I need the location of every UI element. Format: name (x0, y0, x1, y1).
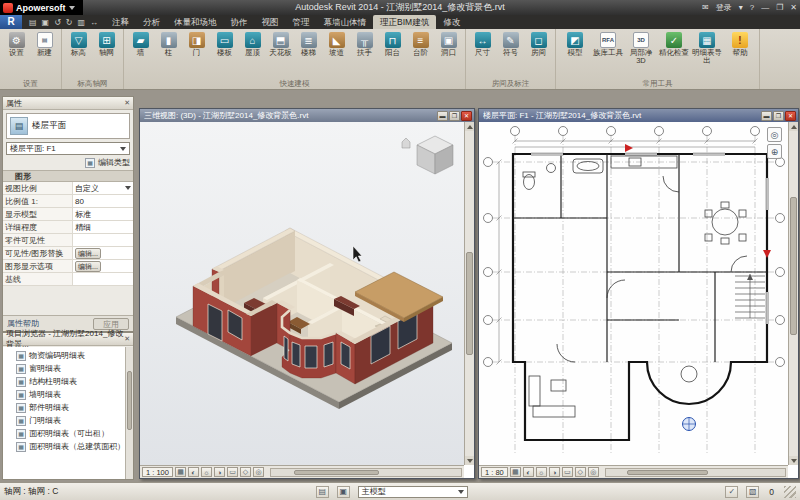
tree-item[interactable]: ▦面积明细表（总建筑面积） (3, 440, 125, 453)
project-browser-header[interactable]: 项目浏览器 - 江湖别墅2014_修改背景... ✕ (3, 333, 133, 346)
edit-type-button[interactable]: ▦ 编辑类型 (3, 155, 133, 170)
scrollbar-thumb[interactable] (627, 470, 708, 475)
reveal-hidden-icon[interactable]: ◎ (253, 467, 264, 477)
view-3d-vertical-scrollbar[interactable] (464, 122, 474, 465)
tree-item[interactable]: ▦物资编码明细表 (3, 349, 125, 362)
tab-manage[interactable]: 管理 (286, 15, 317, 29)
redo-icon[interactable]: ↻ (66, 18, 73, 27)
scrollbar-thumb[interactable] (127, 371, 132, 430)
model-button[interactable]: ◩ 模型 (559, 31, 591, 57)
tab-massing-site[interactable]: 体量和场地 (167, 15, 224, 29)
type-dropdown[interactable]: 楼层平面: F1 (6, 142, 130, 155)
view-restore-button[interactable]: ❐ (449, 111, 460, 121)
property-row[interactable]: 零件可见性 (3, 234, 133, 247)
plan-canvas[interactable]: ◎ ⊕ (479, 122, 788, 465)
railing-button[interactable]: ╥ 扶手 (351, 31, 378, 57)
property-row[interactable]: 比例值 1: 80 (3, 195, 133, 208)
wall-button[interactable]: ▰ 墙 (127, 31, 154, 57)
view-restore-button[interactable]: ❐ (773, 111, 784, 121)
scrollbar-thumb[interactable] (466, 252, 473, 355)
view-close-button[interactable]: ✕ (461, 111, 472, 121)
open-icon[interactable]: ▤ (29, 18, 37, 27)
help-button[interactable]: ? (750, 0, 754, 15)
crop-view-icon[interactable]: ▭ (227, 467, 238, 477)
ceiling-button[interactable]: ⬒ 天花板 (267, 31, 294, 57)
column-button[interactable]: ▮ 柱 (155, 31, 182, 57)
worksets-icon[interactable]: ▤ (316, 486, 329, 498)
property-row[interactable]: 图形显示选项 编辑... (3, 260, 133, 273)
tab-lizheng-bim[interactable]: 理正BIM建筑 (373, 15, 436, 29)
ramp-button[interactable]: ◣ 坡道 (323, 31, 350, 57)
3d-model-canvas[interactable] (140, 122, 464, 465)
tab-collaborate[interactable]: 协作 (224, 15, 255, 29)
door-button[interactable]: ◨ 门 (183, 31, 210, 57)
project-browser-scrollbar[interactable] (125, 347, 133, 479)
tree-item[interactable]: ▦门明细表 (3, 414, 125, 427)
detail-level-icon[interactable]: ▦ (510, 467, 521, 477)
stair-button[interactable]: ≣ 楼梯 (295, 31, 322, 57)
room-button[interactable]: ◻ 房间 (525, 31, 552, 57)
sun-path-icon[interactable]: ☼ (536, 467, 547, 477)
communication-center-icon[interactable]: ✉ (702, 0, 709, 15)
roof-button[interactable]: ⌂ 屋顶 (239, 31, 266, 57)
reveal-hidden-icon[interactable]: ◎ (588, 467, 599, 477)
family-library-button[interactable]: RFA 族库工具 (592, 31, 624, 57)
steering-wheel-button[interactable]: ◎ (767, 127, 782, 142)
prop-value-edit[interactable]: 编辑... (73, 260, 133, 272)
scroll-down-icon[interactable] (465, 456, 474, 465)
visual-style-icon[interactable]: ◐ (188, 467, 199, 477)
undo-icon[interactable]: ↺ (54, 18, 61, 27)
view-3d-horizontal-scrollbar[interactable] (270, 468, 462, 477)
tree-item[interactable]: ▦结构柱明细表 (3, 375, 125, 388)
opening-button[interactable]: ▣ 洞口 (435, 31, 462, 57)
editable-only-icon[interactable]: ✓ (725, 486, 738, 498)
design-option-select[interactable]: 主模型 (358, 486, 468, 498)
new-button[interactable]: ▤ 新建 (31, 31, 58, 57)
restore-button[interactable]: ❐ (776, 0, 783, 15)
prop-value[interactable] (73, 234, 133, 246)
print-icon[interactable]: ▥ (78, 18, 86, 27)
tab-analyze[interactable]: 分析 (136, 15, 167, 29)
tree-item[interactable]: ▦部件明细表 (3, 401, 125, 414)
prop-value[interactable]: 精细 (73, 221, 133, 233)
view-close-button[interactable]: ✕ (785, 111, 796, 121)
view-plan-titlebar[interactable]: 楼层平面: F1 - 江湖别墅2014_修改背景色.rvt ▬ ❐ ✕ (479, 109, 798, 122)
grid-button[interactable]: ⊞ 轴网 (93, 31, 120, 57)
measure-icon[interactable]: ↔ (90, 18, 98, 27)
properties-header[interactable]: 属性 ✕ (3, 97, 133, 110)
tree-item[interactable]: ▦面积明细表（可出租） (3, 427, 125, 440)
property-row[interactable]: 视图比例 自定义 (3, 182, 133, 195)
symbol-button[interactable]: ✎ 符号 (497, 31, 524, 57)
minimize-button[interactable]: — (761, 0, 769, 15)
view-minimize-button[interactable]: ▬ (761, 111, 772, 121)
properties-close-icon[interactable]: ✕ (124, 99, 130, 107)
scrollbar-thumb[interactable] (790, 197, 797, 334)
tree-item[interactable]: ▦墙明细表 (3, 388, 125, 401)
view-plan-vertical-scrollbar[interactable] (788, 122, 798, 465)
view-minimize-button[interactable]: ▬ (437, 111, 448, 121)
type-selector[interactable]: ▤ 楼层平面 (6, 113, 130, 139)
scrollbar-thumb[interactable] (294, 470, 380, 475)
dimension-button[interactable]: ↔ 尺寸 (469, 31, 496, 57)
property-row[interactable]: 可见性/图形替换 编辑... (3, 247, 133, 260)
project-browser-close-icon[interactable]: ✕ (124, 335, 130, 343)
detail-level-icon[interactable]: ▦ (175, 467, 186, 477)
application-menu-button[interactable]: R (0, 15, 22, 29)
tree-item[interactable]: ▦窗明细表 (3, 362, 125, 375)
prop-value[interactable]: 标准 (73, 208, 133, 220)
shadows-icon[interactable]: ◑ (214, 467, 225, 477)
save-icon[interactable]: ▣ (42, 18, 50, 27)
scale-control[interactable]: 1 : 80 (481, 467, 508, 477)
property-row[interactable]: 显示模型 标准 (3, 208, 133, 221)
tab-view[interactable]: 视图 (255, 15, 286, 29)
prop-value[interactable]: 80 (73, 195, 133, 207)
filter-icon[interactable]: ▧ (746, 486, 759, 498)
sign-in-button[interactable]: 登录 (716, 0, 732, 15)
floor-button[interactable]: ▭ 楼板 (211, 31, 238, 57)
property-row[interactable]: 详细程度 精细 (3, 221, 133, 234)
refine-check-button[interactable]: ✓ 精化检查 (658, 31, 690, 57)
zoom-button[interactable]: ⊕ (767, 144, 782, 159)
signin-caret-icon[interactable]: ▾ (739, 0, 743, 15)
edit-button[interactable]: 编辑... (75, 248, 101, 259)
tab-curtainwall-plugin[interactable]: 幕墙山体情 (317, 15, 374, 29)
